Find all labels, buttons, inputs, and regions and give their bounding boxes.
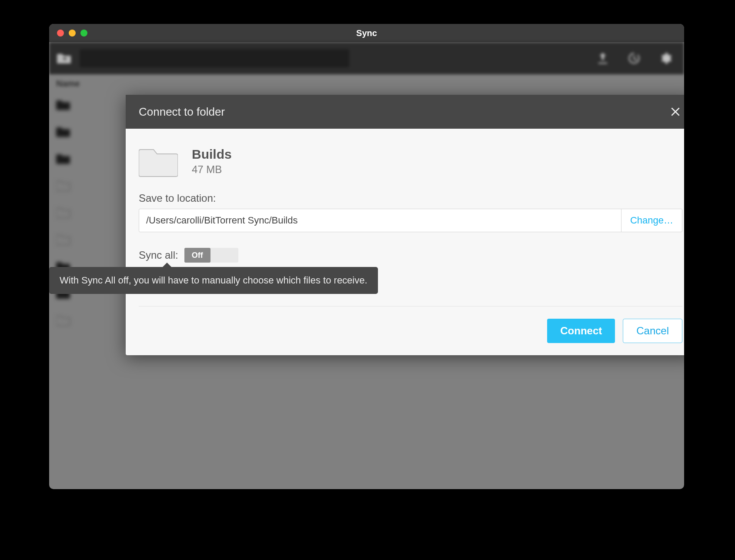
cancel-button[interactable]: Cancel — [623, 319, 682, 343]
dialog-header: Connect to folder — [126, 95, 684, 129]
window-title: Sync — [49, 28, 684, 38]
folder-size: 47 MB — [192, 163, 232, 176]
dialog-title: Connect to folder — [139, 105, 225, 119]
share-icon[interactable] — [596, 52, 609, 65]
window-close-button[interactable] — [57, 30, 64, 37]
change-location-button[interactable]: Change… — [621, 209, 682, 232]
close-button[interactable] — [668, 105, 682, 119]
app-window: Sync Name — [49, 24, 684, 489]
sync-all-toggle[interactable]: Off — [184, 248, 238, 263]
toolbar — [49, 42, 684, 74]
sync-all-tooltip: With Sync All off, you will have to manu… — [49, 267, 378, 294]
location-label: Save to location: — [139, 192, 682, 204]
window-controls — [49, 30, 87, 37]
search-input[interactable] — [80, 49, 349, 67]
connect-button[interactable]: Connect — [547, 319, 615, 343]
folder-name: Builds — [192, 147, 232, 162]
folder-info: Builds 47 MB — [139, 145, 682, 177]
sync-all-label: Sync all: — [139, 249, 178, 261]
connect-folder-dialog: Connect to folder Builds 47 MB Save to l… — [126, 95, 684, 355]
dialog-actions: Connect Cancel — [139, 319, 682, 343]
location-row: Change… — [139, 209, 682, 232]
location-input[interactable] — [139, 209, 621, 232]
window-minimize-button[interactable] — [69, 30, 76, 37]
folder-icon — [139, 145, 178, 177]
column-header-name[interactable]: Name — [52, 76, 684, 91]
svg-rect-1 — [64, 57, 65, 60]
toggle-state: Off — [184, 248, 210, 263]
gear-icon[interactable] — [659, 52, 672, 65]
sync-all-row: Sync all: Off — [139, 248, 682, 263]
history-icon[interactable] — [628, 52, 641, 65]
titlebar: Sync — [49, 24, 684, 42]
window-maximize-button[interactable] — [80, 30, 87, 37]
divider — [139, 306, 682, 307]
add-folder-icon[interactable] — [57, 52, 72, 64]
